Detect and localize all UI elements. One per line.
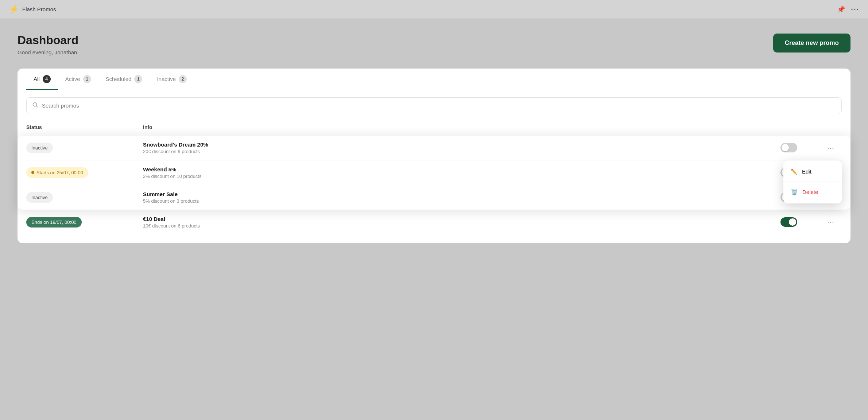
- topbar-dots-icon[interactable]: ···: [851, 5, 859, 13]
- edit-icon: ✏️: [791, 168, 798, 175]
- tab-all-label: All: [34, 76, 40, 82]
- status-badge-scheduled-2: Starts on 25/07, 00:00: [26, 167, 88, 178]
- delete-label: Delete: [802, 189, 818, 195]
- status-cell-4: Ends on 19/07, 00:00: [26, 217, 143, 228]
- info-cell-4: €10 Deal 10€ discount on 6 products: [143, 216, 780, 229]
- tab-active-badge: 1: [83, 75, 91, 83]
- dropdown-delete[interactable]: 🗑️ Delete: [783, 183, 842, 201]
- edit-label: Edit: [802, 168, 811, 175]
- dropdown-menu-1: ✏️ Edit 🗑️ Delete: [783, 160, 842, 203]
- table-row: Inactive Snowboard's Dream 20% 20€ disco…: [26, 136, 842, 160]
- status-badge-active-4: Ends on 19/07, 00:00: [26, 217, 82, 228]
- actions-cell-4: ···: [824, 217, 842, 228]
- col-status: Status: [26, 124, 143, 130]
- status-badge-inactive-3: Inactive: [26, 192, 53, 203]
- promos-panel: All 4 Active 1 Scheduled 1 Inactive 2: [18, 69, 850, 243]
- tab-inactive[interactable]: Inactive 2: [150, 69, 194, 90]
- dropdown-divider: [783, 182, 842, 182]
- topbar-right: 📌 ···: [837, 5, 859, 13]
- promo-desc-4: 10€ discount on 6 products: [143, 223, 780, 229]
- more-actions-button-1[interactable]: ···: [824, 142, 837, 153]
- tabs: All 4 Active 1 Scheduled 1 Inactive 2: [26, 69, 842, 90]
- promo-desc-2: 2% discount on 10 products: [143, 174, 780, 179]
- tabs-container: All 4 Active 1 Scheduled 1 Inactive 2: [18, 69, 850, 90]
- header-row: Dashboard Good evening, Jonathan. Create…: [18, 34, 850, 55]
- info-cell-1: Snowboard's Dream 20% 20€ discount on 9 …: [143, 141, 780, 154]
- more-actions-button-4[interactable]: ···: [824, 217, 837, 228]
- tab-active-label: Active: [65, 76, 80, 82]
- col-toggle: [780, 124, 824, 130]
- dropdown-edit[interactable]: ✏️ Edit: [783, 163, 842, 180]
- tab-scheduled[interactable]: Scheduled 1: [98, 69, 150, 90]
- status-cell-2: Starts on 25/07, 00:00: [26, 167, 143, 178]
- trash-icon: 🗑️: [791, 188, 798, 195]
- pin-icon[interactable]: 📌: [837, 5, 845, 13]
- table-row: Inactive Summer Sale 5% discount on 3 pr…: [26, 185, 842, 210]
- page-subtitle: Good evening, Jonathan.: [18, 49, 79, 55]
- tab-inactive-badge: 2: [179, 75, 187, 83]
- status-cell-3: Inactive: [26, 192, 143, 203]
- promo-name-1: Snowboard's Dream 20%: [143, 141, 780, 148]
- tab-all[interactable]: All 4: [26, 69, 58, 90]
- promo-desc-3: 5% discount on 3 products: [143, 198, 780, 204]
- table-row: Starts on 25/07, 00:00 Weekend 5% 2% dis…: [26, 160, 842, 185]
- toggle-cell-1: [780, 143, 824, 152]
- toggle-thumb-4: [789, 218, 796, 226]
- tab-all-badge: 4: [43, 75, 51, 83]
- info-cell-3: Summer Sale 5% discount on 3 products: [143, 191, 780, 204]
- tab-inactive-label: Inactive: [157, 76, 176, 82]
- tab-scheduled-label: Scheduled: [106, 76, 132, 82]
- topbar-left: ⚡ Flash Promos: [9, 5, 56, 14]
- info-cell-2: Weekend 5% 2% discount on 10 products: [143, 166, 780, 179]
- status-cell-1: Inactive: [26, 143, 143, 153]
- search-icon: [32, 102, 38, 109]
- toggle-1[interactable]: [780, 143, 797, 152]
- search-bar: [26, 97, 842, 114]
- toggle-thumb-1: [782, 144, 789, 151]
- promo-name-4: €10 Deal: [143, 216, 780, 222]
- table-row: Ends on 19/07, 00:00 €10 Deal 10€ discou…: [26, 210, 842, 234]
- toggle-4[interactable]: [780, 217, 797, 227]
- promo-name-2: Weekend 5%: [143, 166, 780, 172]
- col-info: Info: [143, 124, 780, 130]
- status-badge-inactive-1: Inactive: [26, 143, 53, 153]
- app-title: Flash Promos: [22, 6, 56, 12]
- header-text: Dashboard Good evening, Jonathan.: [18, 34, 79, 55]
- tab-active[interactable]: Active 1: [58, 69, 98, 90]
- search-input[interactable]: [42, 102, 836, 109]
- promo-desc-1: 20€ discount on 9 products: [143, 149, 780, 154]
- tab-scheduled-badge: 1: [134, 75, 142, 83]
- toggle-cell-4: [780, 217, 824, 227]
- scheduled-dot: [31, 171, 34, 174]
- promo-name-3: Summer Sale: [143, 191, 780, 197]
- topbar: ⚡ Flash Promos 📌 ···: [0, 0, 868, 19]
- card-overlay: Inactive Snowboard's Dream 20% 20€ disco…: [18, 136, 850, 210]
- table-area: Status Info Inactive Snowboard's Dream 2…: [18, 90, 850, 243]
- actions-cell-1: ··· ✏️ Edit 🗑️ Delete: [824, 142, 842, 153]
- svg-line-1: [36, 106, 38, 107]
- table-header: Status Info: [26, 121, 842, 134]
- create-promo-button[interactable]: Create new promo: [773, 34, 850, 52]
- main-content: Dashboard Good evening, Jonathan. Create…: [0, 19, 868, 258]
- page-title: Dashboard: [18, 34, 79, 47]
- bolt-icon: ⚡: [9, 5, 19, 14]
- col-actions: [824, 124, 842, 130]
